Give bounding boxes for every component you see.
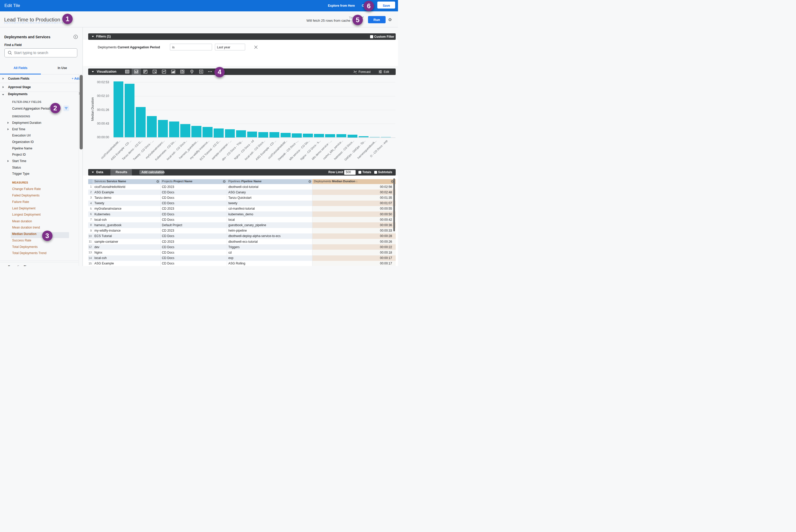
- svg-text:6: 6: [200, 70, 202, 73]
